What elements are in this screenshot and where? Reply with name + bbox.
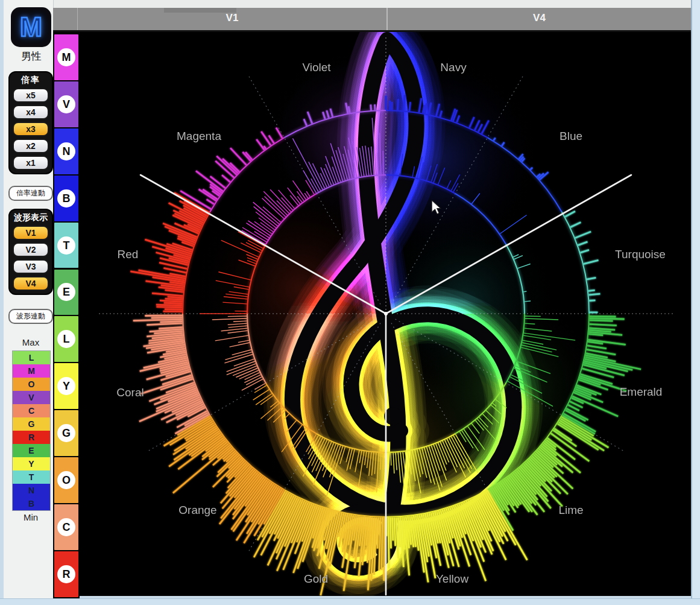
scale-row-g: G: [13, 417, 50, 431]
segment-label-gold: Gold: [304, 572, 328, 586]
note-chip-letter: V: [57, 95, 75, 113]
note-chip-r[interactable]: R: [54, 551, 78, 597]
magnification-button-x1[interactable]: x1: [13, 156, 49, 170]
header-right-label: V4: [388, 12, 691, 24]
gender-label: 男性: [4, 49, 59, 63]
segment-label-yellow: Yellow: [436, 572, 468, 586]
note-chip-n[interactable]: N: [54, 128, 78, 174]
segment-label-coral: Coral: [116, 386, 143, 399]
waveform-header-bar: V1 V4: [53, 8, 691, 32]
mouse-cursor: [430, 200, 443, 215]
note-chip-letter: G: [57, 424, 75, 442]
scale-row-y: Y: [13, 457, 50, 470]
waveform-button-v2[interactable]: V2: [13, 242, 49, 257]
note-chip-t[interactable]: T: [54, 223, 78, 268]
note-chip-c[interactable]: C: [54, 504, 78, 550]
header-artifact: [164, 8, 236, 13]
magnification-button-x3[interactable]: x3: [13, 122, 49, 136]
app-logo-letter: M: [20, 12, 42, 42]
scale-row-r: R: [13, 431, 50, 444]
app-window: { "logo": { "glyph": "M", "gender_label"…: [0, 0, 700, 605]
magnification-button-x4[interactable]: x4: [13, 105, 49, 119]
loudness-scale: LMOVCGREYTNB: [12, 350, 51, 511]
note-chip-letter: B: [57, 189, 75, 207]
note-chip-letter: N: [57, 142, 75, 160]
segment-label-lime: Lime: [558, 504, 583, 517]
note-chip-letter: L: [57, 330, 75, 348]
header-corner-cell: [53, 8, 78, 30]
scale-row-n: N: [13, 484, 50, 497]
note-chip-l[interactable]: L: [54, 316, 78, 362]
segment-label-orange: Orange: [178, 504, 216, 517]
magnification-button-x5[interactable]: x5: [13, 88, 49, 103]
note-chip-e[interactable]: E: [54, 270, 78, 315]
control-sidebar: M 男性 倍率 x5x4x3x2x1 倍率連動 波形表示 V1V2V3V4 波形…: [4, 0, 54, 598]
note-chip-letter: O: [57, 471, 75, 489]
spectrum-canvas: [80, 32, 691, 596]
note-letter-strip: MVNBTELYGOCR: [53, 32, 80, 598]
magnification-group: 倍率 x5x4x3x2x1: [8, 71, 53, 174]
note-chip-g[interactable]: G: [54, 410, 78, 456]
spectrum-visualization: VioletNavyMagentaBlueRedTurquoiseCoralEm…: [80, 32, 691, 596]
magnification-button-x2[interactable]: x2: [13, 139, 49, 153]
segment-label-violet: Violet: [302, 61, 330, 74]
waveform-display-title: 波形表示: [10, 212, 52, 223]
note-chip-letter: C: [57, 518, 75, 536]
waveform-display-group: 波形表示 V1V2V3V4: [8, 209, 53, 295]
waveform-link-button[interactable]: 波形連動: [8, 309, 53, 324]
scale-row-t: T: [13, 470, 50, 484]
note-chip-b[interactable]: B: [54, 176, 78, 221]
segment-label-blue: Blue: [560, 130, 582, 143]
scale-row-o: O: [13, 378, 50, 391]
app-logo: M: [11, 7, 51, 47]
note-chip-v[interactable]: V: [54, 81, 78, 127]
note-chip-m[interactable]: M: [54, 34, 78, 80]
scale-row-l: L: [13, 351, 50, 364]
note-chip-letter: M: [57, 48, 75, 66]
note-chip-letter: E: [57, 283, 75, 301]
waveform-button-v4[interactable]: V4: [13, 276, 49, 291]
scale-row-v: V: [13, 391, 50, 404]
note-chip-y[interactable]: Y: [54, 363, 78, 409]
scale-row-b: B: [13, 497, 50, 510]
magnification-link-button[interactable]: 倍率連動: [8, 186, 53, 201]
segment-label-navy: Navy: [440, 61, 466, 74]
magnification-title: 倍率: [10, 75, 52, 86]
scale-row-c: C: [13, 404, 50, 417]
scale-row-m: M: [13, 364, 50, 378]
note-chip-letter: R: [57, 565, 75, 583]
window-bottom-edge: [0, 598, 700, 605]
segment-label-magenta: Magenta: [177, 130, 221, 143]
scale-min-label: Min: [8, 512, 53, 522]
scale-row-e: E: [13, 444, 50, 457]
window-top-strip: [4, 0, 691, 8]
header-left-label: V1: [78, 12, 386, 24]
scale-max-label: Max: [8, 337, 53, 347]
window-right-edge: [692, 0, 700, 605]
waveform-button-v1[interactable]: V1: [13, 226, 49, 240]
segment-label-red: Red: [118, 248, 139, 261]
note-chip-letter: T: [57, 236, 75, 255]
segment-label-turquoise: Turquoise: [615, 248, 666, 261]
waveform-button-v3[interactable]: V3: [13, 259, 49, 274]
note-chip-o[interactable]: O: [54, 457, 78, 503]
note-chip-letter: Y: [57, 377, 75, 395]
segment-label-emerald: Emerald: [620, 385, 663, 399]
